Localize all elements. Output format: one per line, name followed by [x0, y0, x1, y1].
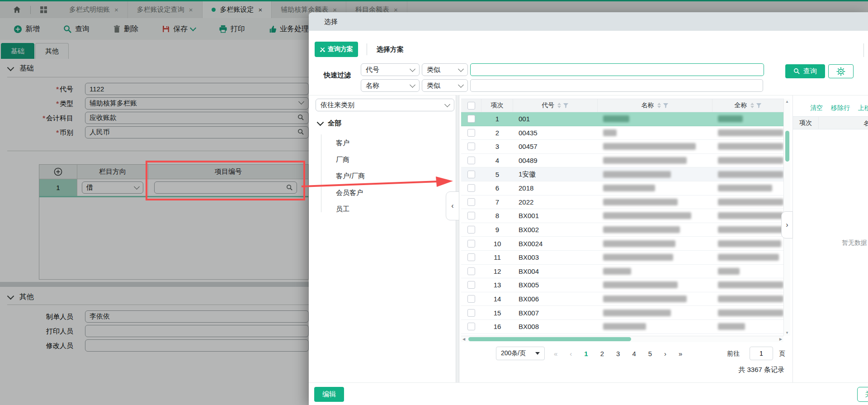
- scrollbar-thumb[interactable]: [785, 131, 789, 162]
- redacted-name: [603, 281, 678, 288]
- page-number-5[interactable]: 5: [648, 350, 652, 357]
- scrollbar-thumb[interactable]: [468, 337, 631, 341]
- header-name[interactable]: 名称: [598, 99, 712, 112]
- page-number-1[interactable]: 1: [584, 350, 588, 357]
- selected-header-no: 项次: [793, 117, 819, 129]
- scroll-right-icon[interactable]: ▶: [779, 337, 782, 342]
- table-row[interactable]: 11BX003: [461, 251, 783, 265]
- goto-label: 前往: [727, 350, 740, 358]
- chevron-down-icon: [444, 101, 450, 107]
- cell-code: 00435: [513, 126, 598, 140]
- scroll-up-icon[interactable]: ▲: [784, 100, 790, 104]
- redacted-name: [603, 254, 673, 261]
- row-checkbox[interactable]: [467, 309, 475, 317]
- filter-value-input-1[interactable]: [470, 63, 764, 76]
- category-select[interactable]: 依往来类别: [316, 99, 454, 111]
- table-row[interactable]: 51安徽: [461, 167, 783, 181]
- collapse-tree-handle[interactable]: ‹: [446, 191, 459, 220]
- funnel-icon[interactable]: [663, 103, 669, 109]
- table-row[interactable]: 200435: [461, 126, 783, 140]
- table-row[interactable]: 72022: [461, 195, 783, 210]
- filter-field-select-1[interactable]: 代号: [361, 63, 420, 76]
- funnel-icon[interactable]: [756, 103, 762, 109]
- page-number-2[interactable]: 2: [600, 350, 604, 357]
- table-row[interactable]: 1001: [461, 112, 783, 126]
- settings-button[interactable]: [828, 64, 854, 78]
- tree-item[interactable]: 厂商: [336, 156, 349, 164]
- query-plan-button[interactable]: 查询方案: [315, 42, 358, 57]
- row-checkbox[interactable]: [467, 157, 475, 164]
- page-number-4[interactable]: 4: [632, 350, 636, 357]
- select-all-checkbox[interactable]: [467, 102, 475, 110]
- quick-filter-label: 快速过滤: [324, 71, 351, 80]
- row-checkbox[interactable]: [467, 143, 475, 150]
- selected-panel-header: 项次 名称: [793, 116, 868, 129]
- clear-link[interactable]: 清空: [810, 104, 823, 112]
- filter-op-select-1[interactable]: 类似: [422, 63, 468, 76]
- scroll-down-icon[interactable]: ▼: [784, 331, 790, 335]
- cell-no: 5: [481, 167, 513, 181]
- cell-code: 001: [513, 112, 598, 126]
- prev-page-button[interactable]: ‹: [570, 350, 572, 357]
- redacted-fullname: [718, 323, 745, 330]
- table-row[interactable]: 14BX006: [461, 292, 783, 306]
- table-row[interactable]: 13BX005: [461, 278, 783, 292]
- row-checkbox[interactable]: [467, 198, 475, 206]
- row-checkbox[interactable]: [467, 295, 475, 303]
- table-row[interactable]: 16BX008: [461, 320, 783, 334]
- row-checkbox[interactable]: [467, 267, 475, 275]
- row-checkbox[interactable]: [467, 281, 475, 289]
- filter-value-input-2[interactable]: [470, 79, 763, 92]
- sort-arrows-icon[interactable]: [557, 103, 561, 108]
- redacted-name: [603, 212, 691, 219]
- first-page-button[interactable]: «: [554, 350, 557, 357]
- tree-item[interactable]: 客户: [336, 139, 349, 148]
- header-fullname[interactable]: 全称: [712, 99, 783, 112]
- cell-fullname: [712, 237, 783, 250]
- scroll-left-icon[interactable]: ◀: [462, 337, 465, 342]
- select-plan-tab[interactable]: 选择方案: [377, 45, 404, 54]
- redacted-name: [603, 129, 617, 136]
- close-button[interactable]: 关闭: [857, 387, 868, 402]
- sort-arrows-icon[interactable]: [657, 103, 661, 108]
- cell-fullname: [712, 292, 783, 306]
- tree-item[interactable]: 员工: [336, 205, 349, 214]
- row-checkbox[interactable]: [467, 115, 475, 123]
- row-checkbox[interactable]: [467, 253, 475, 261]
- filter-op-select-2[interactable]: 类似: [422, 79, 468, 92]
- page-number-3[interactable]: 3: [616, 350, 620, 357]
- table-row[interactable]: 9BX002: [461, 223, 783, 237]
- next-page-button[interactable]: ›: [664, 350, 666, 357]
- header-code[interactable]: 代号: [513, 99, 598, 112]
- table-row[interactable]: 12BX004: [461, 265, 783, 279]
- page-size-select[interactable]: 200条/页: [496, 347, 545, 360]
- row-checkbox[interactable]: [467, 226, 475, 233]
- chevron-down-icon: [535, 352, 540, 355]
- row-checkbox[interactable]: [467, 184, 475, 192]
- funnel-icon[interactable]: [563, 103, 569, 109]
- row-checkbox[interactable]: [467, 171, 475, 178]
- row-checkbox[interactable]: [467, 129, 475, 137]
- tree-root-all[interactable]: 全部: [318, 119, 341, 128]
- table-row[interactable]: 300457: [461, 140, 783, 154]
- last-page-button[interactable]: »: [679, 350, 682, 357]
- table-row[interactable]: 62018: [461, 181, 783, 195]
- table-row[interactable]: 400489: [461, 154, 783, 168]
- table-row[interactable]: 15BX007: [461, 306, 783, 320]
- table-row[interactable]: 8BX001: [461, 209, 783, 223]
- horizontal-scrollbar[interactable]: ◀ ▶: [461, 336, 783, 342]
- edit-button[interactable]: 编辑: [314, 387, 344, 402]
- filter-field-select-2[interactable]: 名称: [361, 79, 420, 92]
- row-checkbox[interactable]: [467, 240, 475, 248]
- goto-page-input[interactable]: [750, 347, 773, 360]
- row-checkbox[interactable]: [467, 212, 475, 219]
- sort-arrows-icon[interactable]: [750, 103, 754, 108]
- table-row[interactable]: 10BX0024: [461, 237, 783, 251]
- expand-panel-handle[interactable]: ›: [781, 211, 793, 238]
- move-up-link[interactable]: 上移: [858, 104, 868, 112]
- row-checkbox[interactable]: [467, 323, 475, 330]
- search-button[interactable]: 查询: [785, 64, 825, 78]
- remove-row-link[interactable]: 移除行: [831, 104, 850, 112]
- divider: [367, 43, 367, 55]
- redacted-name: [603, 310, 671, 316]
